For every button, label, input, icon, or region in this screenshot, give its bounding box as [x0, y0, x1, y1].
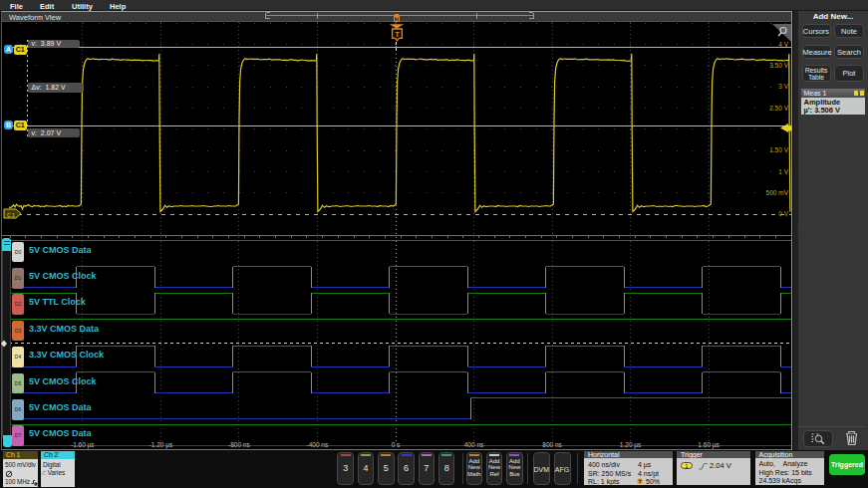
svg-text:T: T [395, 16, 398, 22]
svg-text:C 1: C 1 [7, 212, 15, 218]
svg-text:T: T [395, 30, 400, 39]
